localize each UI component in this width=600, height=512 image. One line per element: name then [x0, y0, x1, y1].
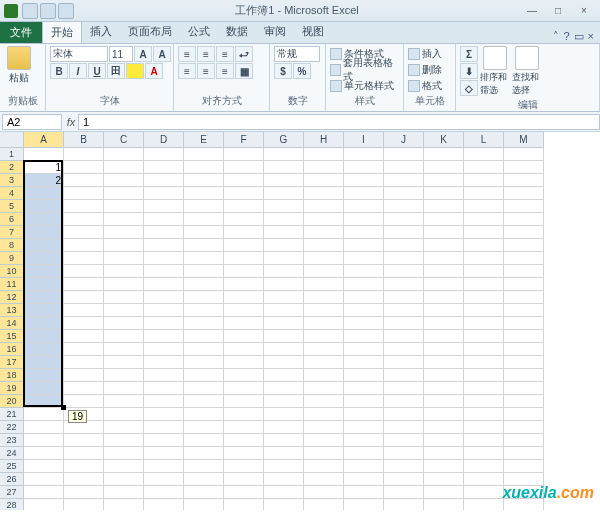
align-center-icon[interactable]: ≡ [197, 63, 215, 79]
cell[interactable] [264, 252, 304, 265]
cell[interactable] [104, 161, 144, 174]
cell[interactable] [264, 486, 304, 499]
sum-icon[interactable]: Σ [460, 46, 478, 62]
cell[interactable] [424, 200, 464, 213]
cell[interactable] [64, 343, 104, 356]
cell[interactable] [304, 343, 344, 356]
align-mid-icon[interactable]: ≡ [197, 46, 215, 62]
cell[interactable] [464, 187, 504, 200]
cell[interactable] [24, 330, 64, 343]
cell[interactable] [384, 408, 424, 421]
cell-styles-button[interactable]: 单元格样式 [330, 78, 398, 93]
cell[interactable] [384, 161, 424, 174]
row-header[interactable]: 13 [0, 304, 24, 317]
row-header[interactable]: 21 [0, 408, 24, 421]
cell[interactable] [344, 395, 384, 408]
cell[interactable] [464, 330, 504, 343]
cell[interactable] [464, 304, 504, 317]
cell[interactable] [144, 473, 184, 486]
cell[interactable] [264, 174, 304, 187]
cell[interactable] [144, 187, 184, 200]
cell[interactable] [64, 486, 104, 499]
cell[interactable] [224, 239, 264, 252]
cell[interactable] [24, 421, 64, 434]
cell[interactable] [104, 447, 144, 460]
cell[interactable] [384, 473, 424, 486]
cell[interactable]: 1 [24, 161, 64, 174]
cell[interactable] [304, 200, 344, 213]
cell[interactable] [264, 369, 304, 382]
row-header[interactable]: 19 [0, 382, 24, 395]
cell[interactable] [384, 343, 424, 356]
cell[interactable] [184, 161, 224, 174]
cell[interactable] [224, 213, 264, 226]
cell[interactable]: 2 [24, 174, 64, 187]
cell[interactable] [384, 317, 424, 330]
cell[interactable] [464, 486, 504, 499]
cell[interactable] [424, 317, 464, 330]
cell[interactable] [424, 252, 464, 265]
cell[interactable] [424, 473, 464, 486]
cell[interactable] [264, 239, 304, 252]
cell[interactable] [104, 473, 144, 486]
border-button[interactable]: 田 [107, 63, 125, 79]
cell[interactable] [504, 382, 544, 395]
cell[interactable] [464, 473, 504, 486]
cell[interactable] [184, 421, 224, 434]
cell[interactable] [64, 369, 104, 382]
col-header[interactable]: A [24, 132, 64, 148]
cell[interactable] [304, 460, 344, 473]
cell[interactable] [304, 252, 344, 265]
cell[interactable] [184, 356, 224, 369]
cell[interactable] [64, 226, 104, 239]
cell[interactable] [504, 226, 544, 239]
cell[interactable] [304, 278, 344, 291]
name-box[interactable]: A2 [2, 114, 62, 130]
cell[interactable] [464, 408, 504, 421]
cell[interactable] [144, 161, 184, 174]
cell[interactable] [424, 330, 464, 343]
cell[interactable] [24, 486, 64, 499]
cell[interactable] [504, 239, 544, 252]
cell[interactable] [224, 343, 264, 356]
qat-save-icon[interactable] [22, 3, 38, 19]
cell[interactable] [104, 200, 144, 213]
cell[interactable] [464, 174, 504, 187]
cell[interactable] [144, 447, 184, 460]
formula-input[interactable]: 1 [78, 114, 600, 130]
cell[interactable] [224, 434, 264, 447]
tab-0[interactable]: 开始 [42, 21, 82, 43]
cell[interactable] [304, 421, 344, 434]
cell[interactable] [264, 278, 304, 291]
cell[interactable] [104, 239, 144, 252]
row-header[interactable]: 23 [0, 434, 24, 447]
cell[interactable] [344, 265, 384, 278]
cell[interactable] [184, 213, 224, 226]
cell[interactable] [504, 200, 544, 213]
minimize-button[interactable]: — [520, 4, 544, 18]
cell[interactable] [424, 304, 464, 317]
cell[interactable] [104, 460, 144, 473]
font-size-select[interactable]: 11 [109, 46, 133, 62]
cell[interactable] [224, 317, 264, 330]
cell[interactable] [424, 161, 464, 174]
cell[interactable] [104, 148, 144, 161]
col-header[interactable]: L [464, 132, 504, 148]
currency-icon[interactable]: $ [274, 63, 292, 79]
cell[interactable] [144, 265, 184, 278]
cell[interactable] [64, 213, 104, 226]
cell[interactable] [184, 330, 224, 343]
cell[interactable] [504, 278, 544, 291]
cell[interactable] [64, 187, 104, 200]
row-header[interactable]: 11 [0, 278, 24, 291]
align-top-icon[interactable]: ≡ [178, 46, 196, 62]
wrap-text-icon[interactable]: ⮐ [235, 46, 253, 62]
cell[interactable] [224, 252, 264, 265]
worksheet-grid[interactable]: ABCDEFGHIJKLM 12345678910111213141516171… [0, 132, 600, 510]
cell[interactable] [224, 187, 264, 200]
cell[interactable] [184, 200, 224, 213]
cell[interactable] [344, 408, 384, 421]
cell[interactable] [464, 434, 504, 447]
fill-color-button[interactable] [126, 63, 144, 79]
cell[interactable] [424, 460, 464, 473]
